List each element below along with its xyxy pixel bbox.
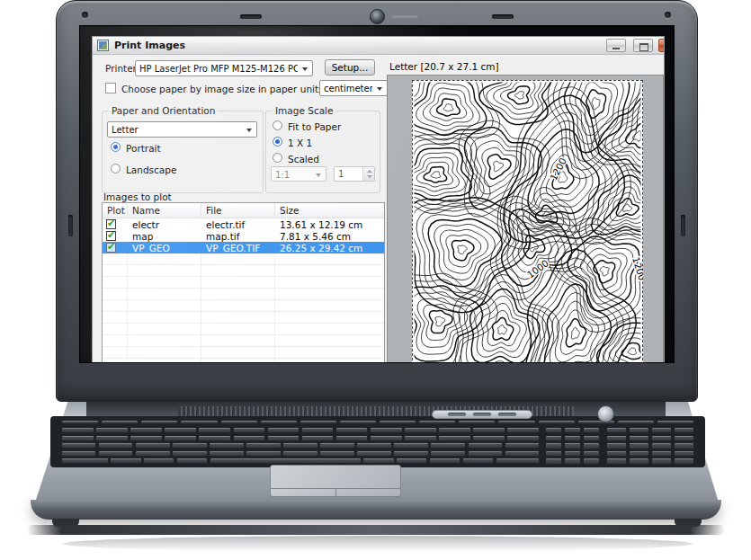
keyboard-key: [674, 427, 694, 433]
keyboard-key: [379, 420, 416, 424]
keyboard-key: [172, 450, 207, 457]
keyboard-key: [164, 435, 197, 441]
keyboard-key: [135, 442, 170, 449]
scale-ratio-select[interactable]: 1:1: [271, 166, 326, 182]
laptop-front-edge: [31, 500, 721, 520]
contour-label: 1200: [630, 255, 642, 281]
fit-to-paper-radio[interactable]: [273, 120, 282, 130]
paper-size-select[interactable]: Letter: [107, 121, 257, 138]
landscape-radio[interactable]: [111, 164, 121, 173]
laptop-screen: Print Images Printer: HP LaserJet Pro MF…: [79, 25, 675, 363]
keyboard-key: [629, 458, 649, 464]
contour-label: 1200: [548, 156, 568, 182]
keyboard-key: [198, 435, 231, 441]
keyboard-key: [164, 427, 197, 433]
keyboard-key: [210, 458, 362, 464]
keyboard-key: [335, 427, 369, 433]
keyboard-key: [301, 427, 335, 433]
image-scale-title: Image Scale: [273, 105, 335, 116]
keyboard-key: [176, 458, 208, 464]
keyboard-key: [61, 442, 96, 449]
keyboard-key: [393, 442, 428, 449]
maximize-button[interactable]: [633, 39, 653, 52]
plot-checkbox[interactable]: [106, 231, 116, 241]
cell-file: map.tif: [201, 231, 275, 242]
keyboard-key: [468, 442, 503, 449]
keyboard-key: [497, 420, 535, 424]
scaled-radio[interactable]: [273, 153, 282, 163]
keyboard-key: [260, 420, 298, 424]
keyboard-key: [564, 450, 581, 457]
spinner-arrows-icon[interactable]: [362, 167, 374, 181]
close-button[interactable]: [658, 39, 665, 52]
laptop-shadow: [27, 525, 725, 535]
images-to-plot-label: Images to plot: [103, 191, 172, 202]
table-row[interactable]: map map.tif 7.81 x 5.46 cm: [103, 230, 384, 242]
column-header-file[interactable]: File: [201, 203, 275, 218]
images-table: Plot Name File Size electr electr.tif 13…: [102, 202, 385, 363]
keyboard-key: [356, 442, 391, 449]
scale-factor-value: 1: [338, 169, 344, 179]
keyboard-key: [629, 442, 649, 449]
keyboard-key: [418, 420, 456, 424]
print-images-icon: [97, 40, 109, 51]
power-button: [597, 405, 614, 422]
keyboard-key: [209, 450, 244, 457]
portrait-radio[interactable]: [111, 142, 121, 152]
keyboard-key: [135, 450, 170, 457]
one-to-one-radio[interactable]: [273, 137, 282, 147]
cell-size: 7.81 x 5.46 cm: [275, 231, 384, 242]
keyboard-key: [506, 435, 540, 441]
keyboard-key: [95, 435, 129, 441]
keyboard-key: [267, 435, 300, 441]
chevron-down-icon: [246, 129, 252, 132]
bezel-slot: [240, 14, 262, 19]
column-header-name[interactable]: Name: [128, 203, 201, 218]
scale-factor-spinner[interactable]: 1: [334, 166, 375, 182]
plot-checkbox[interactable]: [106, 219, 116, 229]
keyboard-key: [438, 427, 471, 433]
setup-button[interactable]: Setup...: [325, 59, 375, 76]
column-header-plot[interactable]: Plot: [103, 203, 128, 218]
landscape-label: Landscape: [126, 164, 176, 175]
keyboard-key: [545, 442, 562, 449]
keyboard-key: [130, 435, 163, 441]
units-value: centimeter: [324, 84, 372, 93]
bezel-notch: [68, 215, 73, 236]
paper-by-size-checkbox[interactable]: [105, 83, 116, 93]
plot-checkbox[interactable]: [106, 243, 116, 253]
column-header-size[interactable]: Size: [275, 203, 384, 218]
units-select[interactable]: centimeter: [319, 80, 388, 96]
minimize-button[interactable]: [606, 39, 626, 52]
keyboard-key: [506, 427, 540, 433]
keyboard-key: [95, 427, 129, 433]
printer-select[interactable]: HP LaserJet Pro MFP M125-M126 PCLmS: [135, 60, 313, 76]
paper-size-value: Letter: [112, 125, 242, 135]
one-to-one-label: 1 X 1: [288, 138, 312, 148]
laptop-reflection: [63, 536, 693, 552]
keyboard-key: [505, 442, 540, 449]
keyboard-key: [472, 435, 505, 441]
bezel-screw: [665, 12, 671, 18]
dialog-titlebar[interactable]: Print Images: [93, 37, 664, 55]
keyboard-key: [583, 450, 600, 457]
keyboard-key: [651, 427, 672, 433]
keyboard-key: [583, 435, 600, 441]
keyboard-key: [356, 450, 391, 457]
keyboard-key: [606, 450, 627, 457]
keyboard-key: [651, 450, 672, 457]
keyboard-key: [674, 435, 694, 441]
cell-name: map: [128, 231, 201, 242]
table-header: Plot Name File Size: [103, 203, 384, 218]
keyboard-key: [110, 458, 141, 464]
keyboard-key: [583, 442, 600, 449]
keyboard-key: [98, 450, 133, 457]
laptop-mockup: Print Images Printer: HP LaserJet Pro MF…: [0, 0, 751, 560]
keyboard-key: [468, 450, 503, 457]
keyboard-key: [564, 435, 581, 441]
keyboard-key: [606, 458, 627, 464]
table-row[interactable]: electr electr.tif 13.61 x 12.19 cm: [103, 218, 384, 230]
table-row[interactable]: VP_GEO VP_GEO.TIF 26.25 x 29.42 cm: [103, 242, 384, 253]
keyboard-key: [538, 420, 576, 424]
keyboard-key: [335, 435, 369, 441]
